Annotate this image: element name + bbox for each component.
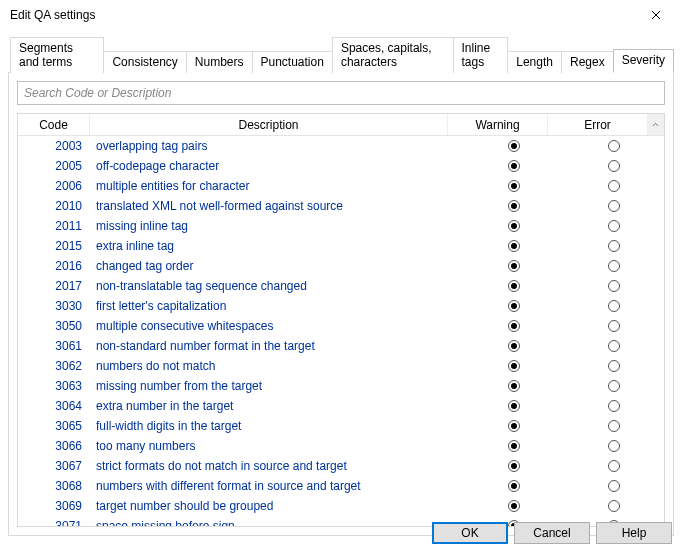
radio-button[interactable] bbox=[608, 340, 620, 352]
radio-button[interactable] bbox=[508, 480, 520, 492]
table-row[interactable]: 3061non-standard number format in the ta… bbox=[18, 336, 664, 356]
close-button[interactable] bbox=[638, 3, 674, 27]
radio-button[interactable] bbox=[608, 180, 620, 192]
ok-button[interactable]: OK bbox=[432, 522, 508, 544]
table-row[interactable]: 2005off-codepage character bbox=[18, 156, 664, 176]
radio-button[interactable] bbox=[508, 280, 520, 292]
table-row[interactable]: 2010translated XML not well-formed again… bbox=[18, 196, 664, 216]
radio-button[interactable] bbox=[608, 440, 620, 452]
cell-error bbox=[564, 440, 664, 452]
tab-inline-tags[interactable]: Inline tags bbox=[453, 37, 509, 73]
table-row[interactable]: 3068numbers with different format in sou… bbox=[18, 476, 664, 496]
tab-severity[interactable]: Severity bbox=[613, 49, 674, 73]
cell-description: missing number from the target bbox=[90, 379, 464, 393]
table-row[interactable]: 3064extra number in the target bbox=[18, 396, 664, 416]
table-row[interactable]: 2017non-translatable tag sequence change… bbox=[18, 276, 664, 296]
table-row[interactable]: 3030first letter's capitalization bbox=[18, 296, 664, 316]
cell-code: 3071 bbox=[18, 519, 90, 526]
radio-button[interactable] bbox=[508, 500, 520, 512]
tab-length[interactable]: Length bbox=[507, 51, 562, 73]
radio-button[interactable] bbox=[608, 380, 620, 392]
radio-button[interactable] bbox=[508, 460, 520, 472]
tab-spaces-capitals-characters[interactable]: Spaces, capitals, characters bbox=[332, 37, 454, 73]
radio-dot bbox=[511, 223, 517, 229]
table-row[interactable]: 3069target number should be grouped bbox=[18, 496, 664, 516]
table-row[interactable]: 2016changed tag order bbox=[18, 256, 664, 276]
radio-button[interactable] bbox=[508, 240, 520, 252]
grid-body[interactable]: 2003overlapping tag pairs2005off-codepag… bbox=[18, 136, 664, 526]
radio-button[interactable] bbox=[608, 240, 620, 252]
radio-button[interactable] bbox=[608, 500, 620, 512]
radio-button[interactable] bbox=[508, 220, 520, 232]
radio-button[interactable] bbox=[608, 480, 620, 492]
radio-button[interactable] bbox=[508, 140, 520, 152]
radio-button[interactable] bbox=[508, 300, 520, 312]
radio-button[interactable] bbox=[608, 400, 620, 412]
table-row[interactable]: 3067strict formats do not match in sourc… bbox=[18, 456, 664, 476]
tab-punctuation[interactable]: Punctuation bbox=[252, 51, 333, 73]
radio-button[interactable] bbox=[508, 440, 520, 452]
cell-error bbox=[564, 420, 664, 432]
radio-button[interactable] bbox=[508, 320, 520, 332]
radio-button[interactable] bbox=[608, 300, 620, 312]
header-error[interactable]: Error bbox=[548, 114, 648, 135]
cell-warning bbox=[464, 340, 564, 352]
radio-button[interactable] bbox=[608, 160, 620, 172]
table-row[interactable]: 2003overlapping tag pairs bbox=[18, 136, 664, 156]
cell-code: 3062 bbox=[18, 359, 90, 373]
radio-dot bbox=[511, 243, 517, 249]
radio-dot bbox=[511, 463, 517, 469]
table-row[interactable]: 3066too many numbers bbox=[18, 436, 664, 456]
table-row[interactable]: 3062numbers do not match bbox=[18, 356, 664, 376]
radio-button[interactable] bbox=[608, 420, 620, 432]
table-row[interactable]: 3065full-width digits in the target bbox=[18, 416, 664, 436]
table-row[interactable]: 2011missing inline tag bbox=[18, 216, 664, 236]
cell-warning bbox=[464, 480, 564, 492]
radio-button[interactable] bbox=[508, 260, 520, 272]
radio-button[interactable] bbox=[508, 360, 520, 372]
cell-description: multiple entities for character bbox=[90, 179, 464, 193]
cell-warning bbox=[464, 240, 564, 252]
table-row[interactable]: 3063missing number from the target bbox=[18, 376, 664, 396]
radio-button[interactable] bbox=[608, 360, 620, 372]
radio-button[interactable] bbox=[508, 380, 520, 392]
radio-button[interactable] bbox=[508, 200, 520, 212]
radio-button[interactable] bbox=[608, 320, 620, 332]
radio-button[interactable] bbox=[608, 280, 620, 292]
help-button[interactable]: Help bbox=[596, 522, 672, 544]
header-warning[interactable]: Warning bbox=[448, 114, 548, 135]
grid-header: Code Description Warning Error bbox=[18, 114, 664, 136]
radio-button[interactable] bbox=[608, 260, 620, 272]
cell-error bbox=[564, 280, 664, 292]
cancel-button[interactable]: Cancel bbox=[514, 522, 590, 544]
dialog-window: Edit QA settings Segments and termsConsi… bbox=[0, 0, 682, 550]
tab-consistency[interactable]: Consistency bbox=[103, 51, 186, 73]
radio-button[interactable] bbox=[508, 160, 520, 172]
tab-numbers[interactable]: Numbers bbox=[186, 51, 253, 73]
table-row[interactable]: 2015extra inline tag bbox=[18, 236, 664, 256]
radio-button[interactable] bbox=[508, 400, 520, 412]
cell-code: 2010 bbox=[18, 199, 90, 213]
tab-segments-and-terms[interactable]: Segments and terms bbox=[10, 37, 104, 73]
search-box[interactable] bbox=[17, 81, 665, 105]
header-scroll-spacer bbox=[648, 114, 664, 135]
table-row[interactable]: 3050multiple consecutive whitespaces bbox=[18, 316, 664, 336]
table-row[interactable]: 2006multiple entities for character bbox=[18, 176, 664, 196]
radio-button[interactable] bbox=[508, 180, 520, 192]
radio-button[interactable] bbox=[608, 220, 620, 232]
tab-regex[interactable]: Regex bbox=[561, 51, 614, 73]
radio-button[interactable] bbox=[608, 140, 620, 152]
radio-button[interactable] bbox=[608, 200, 620, 212]
cell-code: 2003 bbox=[18, 139, 90, 153]
cell-code: 3068 bbox=[18, 479, 90, 493]
radio-button[interactable] bbox=[508, 420, 520, 432]
search-input[interactable] bbox=[24, 86, 658, 100]
titlebar: Edit QA settings bbox=[0, 0, 682, 30]
radio-button[interactable] bbox=[508, 340, 520, 352]
cell-warning bbox=[464, 160, 564, 172]
radio-button[interactable] bbox=[608, 460, 620, 472]
header-code[interactable]: Code bbox=[18, 114, 90, 135]
cell-description: off-codepage character bbox=[90, 159, 464, 173]
header-description[interactable]: Description bbox=[90, 114, 448, 135]
cell-warning bbox=[464, 300, 564, 312]
